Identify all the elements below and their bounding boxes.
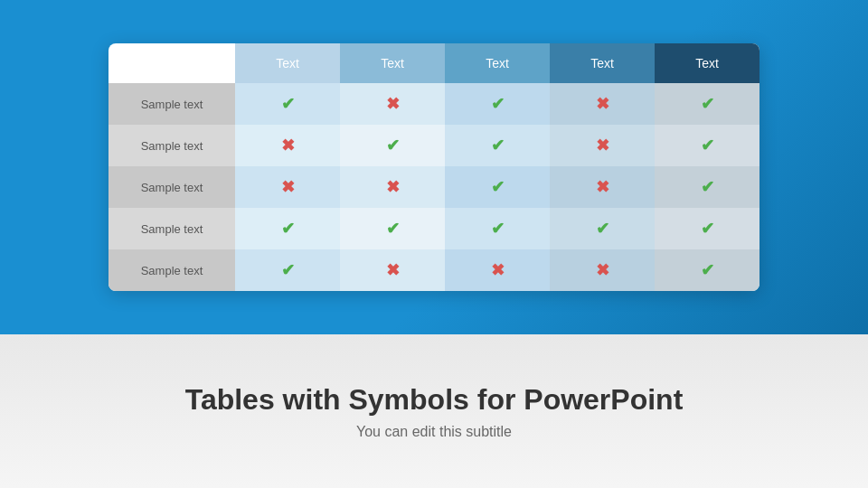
cell-r2-c3: ✖ (550, 166, 655, 208)
cell-r0-c3: ✖ (550, 83, 655, 125)
cross-icon: ✖ (281, 178, 295, 196)
check-icon: ✔ (701, 178, 714, 196)
check-icon: ✔ (701, 136, 714, 155)
row-label: Sample text (108, 125, 235, 166)
row-label: Sample text (108, 83, 235, 125)
header-col-1: Text (235, 43, 340, 83)
cross-icon: ✖ (596, 136, 609, 155)
cell-r3-c1: ✔ (340, 208, 445, 249)
table-row: Sample text✖✔✔✖✔ (108, 125, 760, 166)
cell-r2-c2: ✔ (445, 166, 550, 208)
header-col-3: Text (445, 43, 550, 83)
cell-r0-c2: ✔ (445, 83, 550, 125)
cross-icon: ✖ (386, 95, 400, 113)
check-icon: ✔ (386, 220, 400, 238)
cell-r4-c3: ✖ (550, 249, 655, 291)
page-subtitle: You can edit this subtitle (356, 424, 512, 440)
cell-r1-c1: ✔ (340, 125, 445, 166)
cross-icon: ✖ (596, 178, 609, 196)
check-icon: ✔ (596, 220, 609, 238)
check-icon: ✔ (491, 136, 505, 155)
cell-r1-c2: ✔ (445, 125, 550, 166)
cell-r4-c4: ✔ (655, 249, 760, 291)
table-row: Sample text✔✖✔✖✔ (108, 83, 760, 125)
row-label: Sample text (108, 249, 235, 291)
check-icon: ✔ (701, 95, 714, 113)
cell-r0-c1: ✖ (340, 83, 445, 125)
table-row: Sample text✔✖✖✖✔ (108, 249, 760, 291)
cross-icon: ✖ (596, 261, 609, 279)
check-icon: ✔ (281, 95, 295, 113)
header-col-5: Text (655, 43, 760, 83)
cell-r2-c1: ✖ (340, 166, 445, 208)
check-icon: ✔ (386, 136, 400, 155)
bottom-section: Tables with Symbols for PowerPoint You c… (0, 334, 868, 488)
cell-r1-c0: ✖ (235, 125, 340, 166)
cell-r1-c3: ✖ (550, 125, 655, 166)
header-col-2: Text (340, 43, 445, 83)
row-label: Sample text (108, 208, 235, 249)
cross-icon: ✖ (386, 178, 400, 196)
row-label: Sample text (108, 166, 235, 208)
table-card: Text Text Text Text Text Sample text✔✖✔✖… (108, 43, 760, 291)
cell-r2-c0: ✖ (235, 166, 340, 208)
header-empty (108, 43, 235, 83)
check-icon: ✔ (701, 261, 714, 279)
cell-r1-c4: ✔ (655, 125, 760, 166)
cell-r3-c3: ✔ (550, 208, 655, 249)
cross-icon: ✖ (596, 95, 609, 113)
cell-r3-c2: ✔ (445, 208, 550, 249)
header-col-4: Text (550, 43, 655, 83)
table-row: Sample text✖✖✔✖✔ (108, 166, 760, 208)
cell-r3-c0: ✔ (235, 208, 340, 249)
cell-r2-c4: ✔ (655, 166, 760, 208)
cell-r4-c0: ✔ (235, 249, 340, 291)
cell-r4-c1: ✖ (340, 249, 445, 291)
page-title: Tables with Symbols for PowerPoint (185, 383, 684, 417)
cell-r0-c0: ✔ (235, 83, 340, 125)
check-icon: ✔ (491, 178, 505, 196)
check-icon: ✔ (491, 95, 505, 113)
cross-icon: ✖ (281, 136, 295, 155)
cell-r4-c2: ✖ (445, 249, 550, 291)
cell-r0-c4: ✔ (655, 83, 760, 125)
check-icon: ✔ (281, 220, 295, 238)
check-icon: ✔ (491, 220, 505, 238)
comparison-table: Text Text Text Text Text Sample text✔✖✔✖… (108, 43, 760, 291)
top-section: Text Text Text Text Text Sample text✔✖✔✖… (0, 0, 868, 334)
cell-r3-c4: ✔ (655, 208, 760, 249)
cross-icon: ✖ (491, 261, 505, 279)
table-row: Sample text✔✔✔✔✔ (108, 208, 760, 249)
check-icon: ✔ (701, 220, 714, 238)
cross-icon: ✖ (386, 261, 400, 279)
check-icon: ✔ (281, 261, 295, 279)
table-header-row: Text Text Text Text Text (108, 43, 760, 83)
